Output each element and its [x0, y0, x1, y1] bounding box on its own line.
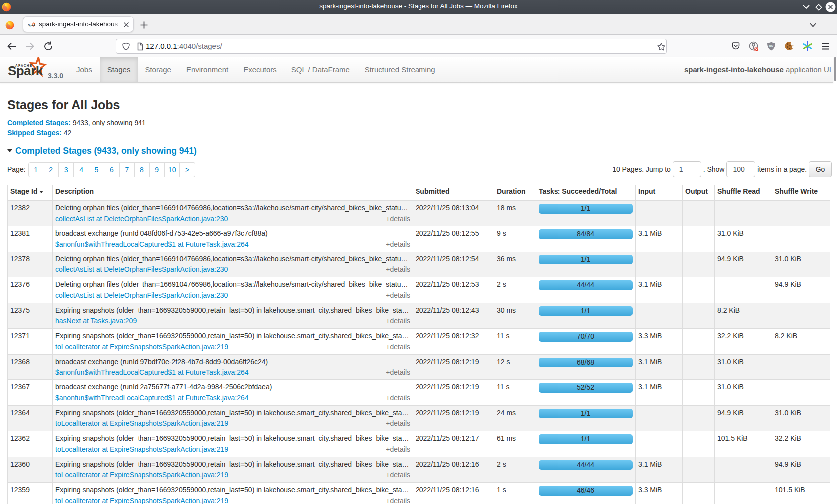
svg-text:APACHE: APACHE [15, 64, 32, 67]
svg-text:uO: uO [769, 44, 774, 47]
svg-text:Spark: Spark [28, 23, 36, 26]
